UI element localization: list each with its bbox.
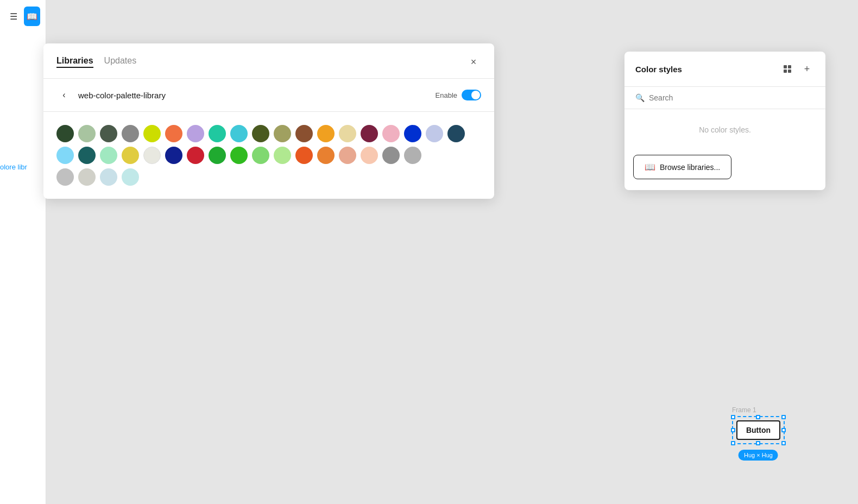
- color-swatch[interactable]: [187, 125, 204, 142]
- color-swatch[interactable]: [404, 125, 421, 142]
- color-row-2: [56, 147, 481, 164]
- color-swatch[interactable]: [209, 147, 226, 164]
- search-input[interactable]: [649, 93, 815, 102]
- frame-label: Frame 1: [732, 406, 785, 414]
- color-swatch[interactable]: [317, 125, 335, 142]
- add-style-button[interactable]: +: [799, 61, 815, 77]
- color-swatch[interactable]: [122, 168, 139, 186]
- color-styles-panel: Color styles + 🔍 No color styles. 📖 Brow…: [624, 52, 825, 190]
- grid-icon: [784, 65, 791, 73]
- color-swatch[interactable]: [230, 147, 248, 164]
- color-row-1: [56, 125, 481, 142]
- resize-handle-ml[interactable]: [731, 428, 735, 432]
- modal-tabs: Libraries Updates: [56, 56, 136, 68]
- library-header: ‹ web-color-palette-library Enable: [43, 79, 494, 112]
- color-row-3: [56, 168, 481, 186]
- toolbar: ☰ 📖: [0, 0, 46, 33]
- libraries-modal: Libraries Updates × ‹ web-color-palette-…: [43, 43, 494, 199]
- resize-handle-mr[interactable]: [781, 428, 786, 432]
- color-swatch[interactable]: [317, 147, 335, 164]
- grid-view-button[interactable]: [780, 61, 795, 77]
- color-swatch[interactable]: [252, 147, 269, 164]
- color-swatch[interactable]: [209, 125, 226, 142]
- color-swatch[interactable]: [78, 168, 96, 186]
- color-swatch[interactable]: [187, 147, 204, 164]
- color-swatch[interactable]: [100, 125, 117, 142]
- search-icon: 🔍: [635, 93, 645, 102]
- book-icon: 📖: [645, 162, 655, 172]
- enable-toggle[interactable]: [462, 90, 481, 100]
- color-grid: [43, 112, 494, 199]
- resize-handle-tl[interactable]: [731, 415, 735, 419]
- search-bar: 🔍: [624, 87, 825, 109]
- button-component[interactable]: Button: [736, 420, 780, 440]
- color-swatch[interactable]: [56, 125, 74, 142]
- library-name: web-color-palette-library: [78, 91, 436, 100]
- book-icon: 📖: [27, 11, 37, 22]
- back-button[interactable]: ‹: [56, 87, 72, 103]
- color-swatch[interactable]: [122, 147, 139, 164]
- color-swatch[interactable]: [426, 125, 443, 142]
- resize-handle-tm[interactable]: [756, 415, 760, 419]
- color-swatch[interactable]: [274, 147, 291, 164]
- enable-label: Enable: [436, 91, 457, 99]
- color-swatch[interactable]: [404, 147, 421, 164]
- tab-libraries[interactable]: Libraries: [56, 56, 93, 68]
- color-swatch[interactable]: [143, 147, 161, 164]
- resize-handle-bl[interactable]: [731, 441, 735, 445]
- canvas-partial-text: olore libr: [0, 163, 27, 171]
- modal-header: Libraries Updates ×: [43, 43, 494, 79]
- plus-icon: +: [804, 64, 810, 74]
- color-swatch[interactable]: [143, 125, 161, 142]
- color-swatch[interactable]: [339, 125, 356, 142]
- color-swatch[interactable]: [78, 147, 96, 164]
- resize-handle-bm[interactable]: [756, 441, 760, 445]
- color-swatch[interactable]: [339, 147, 356, 164]
- list-icon-button[interactable]: ☰: [5, 7, 22, 26]
- color-swatch[interactable]: [165, 125, 182, 142]
- frame-box[interactable]: Button Hug × Hug: [732, 416, 785, 444]
- color-swatch[interactable]: [295, 125, 313, 142]
- resize-handle-br[interactable]: [781, 441, 786, 445]
- color-swatch[interactable]: [382, 147, 400, 164]
- color-swatch[interactable]: [295, 147, 313, 164]
- color-swatch[interactable]: [361, 125, 378, 142]
- color-swatch[interactable]: [122, 125, 139, 142]
- browse-button-label: Browse libraries...: [660, 163, 720, 172]
- color-swatch[interactable]: [165, 147, 182, 164]
- color-swatch[interactable]: [56, 147, 74, 164]
- color-swatch[interactable]: [100, 168, 117, 186]
- book-icon-button[interactable]: 📖: [24, 7, 40, 26]
- color-swatch[interactable]: [447, 125, 465, 142]
- list-icon: ☰: [10, 11, 17, 22]
- color-swatch[interactable]: [382, 125, 400, 142]
- color-swatch[interactable]: [56, 168, 74, 186]
- color-swatch[interactable]: [100, 147, 117, 164]
- resize-handle-tr[interactable]: [781, 415, 786, 419]
- close-button[interactable]: ×: [466, 54, 481, 70]
- panel-title: Color styles: [635, 65, 682, 74]
- tab-updates[interactable]: Updates: [104, 56, 137, 68]
- color-swatch[interactable]: [252, 125, 269, 142]
- panel-actions: +: [780, 61, 815, 77]
- color-swatch[interactable]: [274, 125, 291, 142]
- color-swatch[interactable]: [361, 147, 378, 164]
- color-swatch[interactable]: [78, 125, 96, 142]
- browse-libraries-button[interactable]: 📖 Browse libraries...: [633, 155, 731, 179]
- hug-label: Hug × Hug: [739, 450, 778, 461]
- panel-header: Color styles +: [624, 52, 825, 87]
- left-panel: ☰ 📖 olore libr: [0, 0, 46, 504]
- canvas-frame: Frame 1 Button Hug × Hug: [732, 406, 785, 444]
- no-styles-message: No color styles.: [624, 109, 825, 150]
- color-swatch[interactable]: [230, 125, 248, 142]
